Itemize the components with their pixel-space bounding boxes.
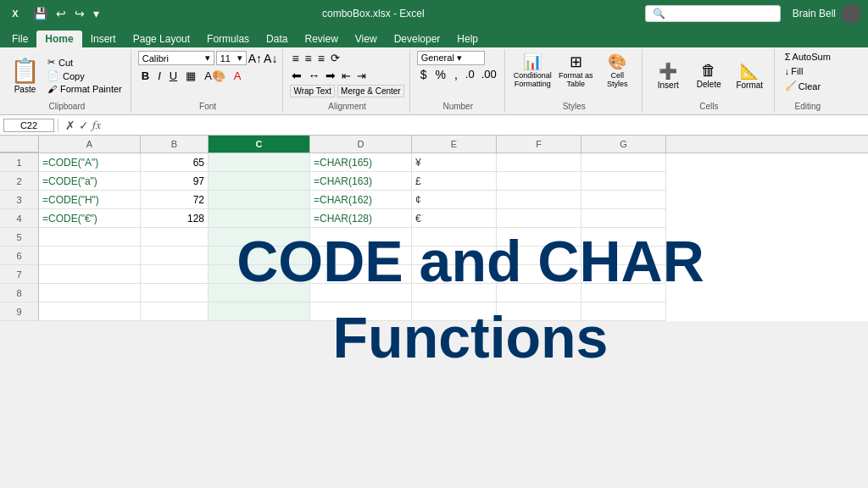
cell-c5[interactable]: [209, 228, 310, 247]
cell-a6[interactable]: [39, 247, 141, 265]
cell-g4[interactable]: [581, 209, 666, 228]
cell-b6[interactable]: [141, 247, 209, 265]
format-as-table-button[interactable]: ⊞ Format asTable: [557, 51, 595, 90]
comma-icon[interactable]: ,: [451, 67, 461, 82]
cell-a9[interactable]: [39, 302, 141, 321]
cell-f2[interactable]: [497, 172, 581, 191]
cell-f1[interactable]: [497, 153, 581, 172]
underline-button[interactable]: U: [166, 69, 181, 83]
cell-f3[interactable]: [497, 191, 581, 209]
col-header-c[interactable]: C: [209, 136, 310, 152]
cell-e8[interactable]: [412, 284, 497, 302]
align-center-icon[interactable]: ↔: [306, 68, 321, 83]
row-num-4[interactable]: 4: [0, 209, 39, 228]
cell-c9[interactable]: [209, 302, 310, 321]
cancel-formula-icon[interactable]: ✗: [65, 119, 75, 132]
cell-d8[interactable]: [310, 284, 412, 302]
conditional-formatting-button[interactable]: 📊 ConditionalFormatting: [512, 51, 554, 90]
cell-f4[interactable]: [497, 209, 581, 228]
row-num-6[interactable]: 6: [0, 247, 39, 265]
increase-decimal-icon[interactable]: .0: [463, 67, 477, 82]
format-button[interactable]: 📐 Format: [731, 60, 769, 92]
confirm-formula-icon[interactable]: ✓: [79, 119, 89, 132]
currency-icon[interactable]: $: [417, 67, 431, 82]
row-num-9[interactable]: 9: [0, 302, 39, 321]
save-qat-icon[interactable]: 💾: [31, 5, 50, 22]
cell-c3[interactable]: [209, 191, 310, 209]
insert-function-icon[interactable]: 𝑓𝑥: [92, 118, 101, 132]
cell-f5[interactable]: [497, 228, 581, 247]
tab-home[interactable]: Home: [36, 30, 81, 47]
formula-input[interactable]: [104, 119, 865, 132]
cell-b3[interactable]: 72: [141, 191, 209, 209]
cell-c7[interactable]: [209, 265, 310, 284]
cell-b2[interactable]: 97: [141, 172, 209, 191]
fill-color-button[interactable]: A🎨: [201, 69, 229, 83]
cell-e9[interactable]: [412, 302, 497, 321]
cell-g6[interactable]: [581, 247, 666, 265]
percent-icon[interactable]: %: [431, 67, 448, 82]
row-num-2[interactable]: 2: [0, 172, 39, 191]
cell-b5[interactable]: [141, 228, 209, 247]
cell-a2[interactable]: =CODE("a"): [39, 172, 141, 191]
cell-a7[interactable]: [39, 265, 141, 284]
col-header-f[interactable]: F: [497, 136, 581, 152]
autosum-button[interactable]: Σ AutoSum: [782, 51, 834, 63]
cell-c1[interactable]: [209, 153, 310, 172]
tab-page-layout[interactable]: Page Layout: [125, 30, 198, 47]
fill-button[interactable]: ↓ Fill: [782, 65, 807, 77]
indent-decrease-icon[interactable]: ⇤: [340, 69, 353, 83]
cell-g1[interactable]: [581, 153, 666, 172]
copy-button[interactable]: 📄 Copy: [44, 69, 125, 82]
cell-a3[interactable]: =CODE("H"): [39, 191, 141, 209]
cell-f8[interactable]: [497, 284, 581, 302]
cell-d9[interactable]: [310, 302, 412, 321]
cell-g2[interactable]: [581, 172, 666, 191]
cell-e2[interactable]: £: [412, 172, 497, 191]
align-top-left-icon[interactable]: ≡: [290, 51, 300, 66]
font-color-button[interactable]: A: [231, 69, 245, 83]
font-name-selector[interactable]: Calibri ▾: [138, 51, 214, 65]
align-left-icon[interactable]: ⬅: [290, 68, 303, 83]
cell-e3[interactable]: ¢: [412, 191, 497, 209]
cell-f7[interactable]: [497, 265, 581, 284]
cell-b4[interactable]: 128: [141, 209, 209, 228]
cell-g7[interactable]: [581, 265, 666, 284]
row-num-5[interactable]: 5: [0, 228, 39, 247]
cell-d4[interactable]: =CHAR(128): [310, 209, 412, 228]
tab-data[interactable]: Data: [258, 30, 296, 47]
col-header-e[interactable]: E: [412, 136, 497, 152]
paste-button[interactable]: 📋 Paste: [8, 55, 42, 96]
insert-button[interactable]: ➕ Insert: [649, 60, 687, 92]
row-num-1[interactable]: 1: [0, 153, 39, 172]
cell-a5[interactable]: [39, 228, 141, 247]
tab-developer[interactable]: Developer: [386, 30, 449, 47]
cell-d7[interactable]: [310, 265, 412, 284]
cell-reference-box[interactable]: [3, 119, 54, 132]
cell-g3[interactable]: [581, 191, 666, 209]
cut-button[interactable]: ✂ Cut: [44, 56, 125, 69]
tab-review[interactable]: Review: [296, 30, 346, 47]
search-bar[interactable]: 🔍 Search: [645, 5, 781, 22]
cell-d5[interactable]: [310, 228, 412, 247]
delete-button[interactable]: 🗑 Delete: [690, 60, 728, 91]
cell-g5[interactable]: [581, 228, 666, 247]
merge-center-button[interactable]: Merge & Center: [337, 85, 404, 97]
font-size-selector[interactable]: 11 ▾: [216, 51, 247, 65]
cell-e7[interactable]: [412, 265, 497, 284]
cell-d6[interactable]: [310, 247, 412, 265]
row-num-7[interactable]: 7: [0, 265, 39, 284]
cell-c4[interactable]: [209, 209, 310, 228]
col-header-b[interactable]: B: [141, 136, 209, 152]
cell-f9[interactable]: [497, 302, 581, 321]
border-button[interactable]: ▦: [182, 69, 199, 83]
number-format-selector[interactable]: General ▾: [417, 51, 485, 65]
cell-f6[interactable]: [497, 247, 581, 265]
cell-a8[interactable]: [39, 284, 141, 302]
cell-styles-button[interactable]: 🎨 CellStyles: [598, 51, 637, 90]
cell-b8[interactable]: [141, 284, 209, 302]
cell-d2[interactable]: =CHAR(163): [310, 172, 412, 191]
col-header-a[interactable]: A: [39, 136, 141, 152]
align-right-icon[interactable]: ➡: [324, 68, 337, 83]
align-top-center-icon[interactable]: ≡: [303, 51, 314, 66]
